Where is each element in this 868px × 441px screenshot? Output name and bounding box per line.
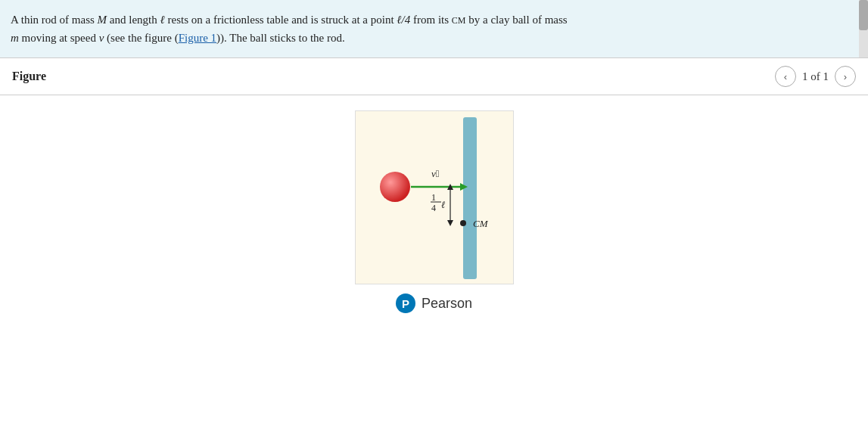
text-see-fig: (see the figure (: [104, 32, 178, 44]
text-prefix: A thin rod of mass: [11, 14, 98, 26]
figure-title: Figure: [12, 70, 46, 83]
dim-arrow-bottom: [447, 220, 453, 226]
physics-diagram: v⃗ 1 4 ℓ CM: [356, 111, 515, 285]
figure-nav: ‹ 1 of 1 ›: [775, 66, 856, 87]
pearson-letter: P: [402, 297, 409, 310]
prev-button[interactable]: ‹: [775, 66, 796, 87]
text-and-length: and length: [107, 14, 160, 26]
cm-label-text: CM: [452, 15, 466, 26]
text-closing: )). The ball sticks to the rod.: [216, 32, 345, 44]
scrollbar-track: [859, 0, 868, 57]
text-by-a: by a clay ball of mass: [466, 14, 568, 26]
figure-content: v⃗ 1 4 ℓ CM P Pearson: [0, 95, 868, 328]
fraction-numerator: 1: [431, 192, 436, 203]
text-rests-on: rests on a frictionless table and is str…: [165, 14, 397, 26]
pearson-logo: P: [396, 293, 415, 313]
cm-dot: [460, 220, 466, 226]
clay-ball: [380, 172, 410, 202]
scrollbar-thumb[interactable]: [859, 0, 868, 30]
rod: [463, 117, 477, 279]
text-from-its: from its: [410, 14, 452, 26]
pearson-footer: P Pearson: [396, 293, 472, 313]
figure-link[interactable]: Figure 1: [179, 32, 216, 44]
pearson-name: Pearson: [422, 296, 472, 312]
page-indicator: 1 of 1: [802, 70, 829, 83]
v-label: v⃗: [431, 168, 440, 179]
fraction-denominator: 4: [431, 203, 436, 213]
next-button[interactable]: ›: [835, 66, 856, 87]
cm-text-label: CM: [473, 218, 489, 229]
text-moving-at: moving at speed: [19, 32, 99, 44]
problem-text: A thin rod of mass M and length ℓ rests …: [0, 0, 868, 58]
ell-label: ℓ: [441, 199, 446, 210]
diagram-container: v⃗ 1 4 ℓ CM: [355, 110, 514, 284]
mass-m: m: [11, 32, 19, 44]
mass-M: M: [98, 14, 107, 26]
fraction-ell4: ℓ/4: [397, 14, 410, 26]
figure-header: Figure ‹ 1 of 1 ›: [0, 58, 868, 95]
